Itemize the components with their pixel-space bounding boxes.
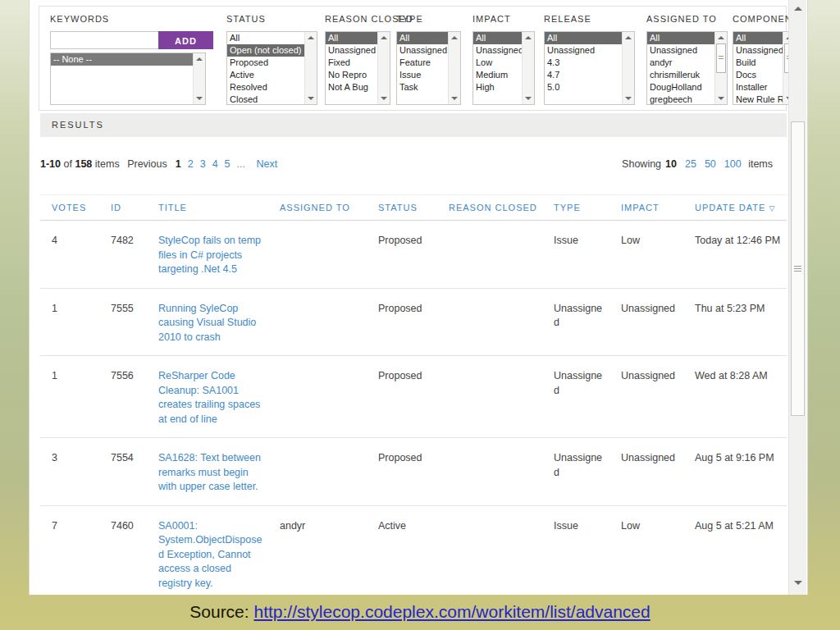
listbox-option[interactable]: DougHolland — [647, 81, 714, 94]
listbox-option[interactable]: Issue — [397, 69, 448, 81]
page-size-option-100[interactable]: 100 — [724, 158, 742, 170]
column-header-impact[interactable]: IMPACT — [609, 195, 683, 221]
listbox-option[interactable]: Proposed — [227, 57, 304, 69]
listbox-option[interactable]: Task — [397, 81, 448, 94]
listbox-option[interactable]: Docs — [733, 69, 783, 81]
filter-listbox-impact[interactable]: AllUnassignedLowMediumHigh — [472, 31, 535, 105]
scroll-down-icon[interactable] — [523, 94, 534, 103]
listbox-option[interactable]: 5.0 — [545, 81, 622, 94]
filter-listbox-component[interactable]: AllUnassignedBuildDocsInstallerNew Rule … — [733, 31, 796, 105]
listbox-option[interactable]: Active — [227, 69, 304, 81]
listbox-option[interactable]: Low — [473, 57, 522, 69]
scroll-up-icon[interactable] — [789, 2, 806, 15]
listbox-scrollbar[interactable] — [377, 32, 390, 104]
page-size-option-10[interactable]: 10 — [665, 158, 677, 170]
listbox-option[interactable]: Installer — [733, 81, 783, 94]
add-keyword-button[interactable]: ADD — [158, 31, 213, 49]
listbox-option[interactable]: Fixed — [326, 57, 377, 69]
column-header-title[interactable]: TITLE — [147, 195, 268, 221]
scroll-down-icon[interactable] — [449, 94, 460, 103]
listbox-option[interactable]: Medium — [473, 69, 522, 81]
listbox-option[interactable]: Unassigned — [733, 44, 783, 57]
page-link-1[interactable]: 1 — [176, 158, 181, 170]
listbox-option[interactable]: All — [227, 32, 304, 44]
next-page-button[interactable]: Next — [256, 158, 277, 170]
listbox-option[interactable]: All — [473, 32, 522, 44]
scrollbar-thumb[interactable] — [716, 43, 726, 73]
listbox-option[interactable]: Unassigned — [545, 44, 622, 57]
listbox-option[interactable]: gregbeech — [647, 94, 714, 104]
page-size-option-25[interactable]: 25 — [685, 158, 696, 170]
listbox-option[interactable]: Unassigned — [397, 44, 448, 57]
page-link-3[interactable]: 3 — [200, 158, 206, 170]
column-header-assigned-to[interactable]: ASSIGNED TO — [268, 195, 367, 221]
filter-listbox-reason-closed[interactable]: AllUnassignedFixedNo ReproNot A Bug — [325, 31, 390, 105]
work-item-title-link[interactable]: ReSharper Code Cleanup: SA1001 creates t… — [158, 370, 260, 425]
listbox-option[interactable]: chrismilleruk — [647, 69, 714, 81]
listbox-option[interactable]: Not A Bug — [326, 81, 377, 94]
page-link-4[interactable]: 4 — [212, 158, 218, 170]
scroll-down-icon[interactable] — [305, 94, 317, 103]
listbox-scrollbar[interactable] — [714, 32, 727, 104]
scroll-up-icon[interactable] — [194, 54, 205, 64]
scroll-up-icon[interactable] — [523, 33, 534, 43]
column-header-votes[interactable]: VOTES — [40, 195, 99, 221]
work-item-title-link[interactable]: SA1628: Text between remarks must begin … — [158, 452, 261, 492]
work-item-title-link[interactable]: StyleCop fails on temp files in C# proje… — [158, 235, 261, 275]
scroll-up-icon[interactable] — [305, 33, 317, 43]
filter-listbox-release[interactable]: AllUnassigned4.34.75.0 — [544, 31, 635, 105]
filter-listbox-assigned-to[interactable]: AllUnassignedandyrchrismillerukDougHolla… — [646, 31, 728, 105]
scrollbar-thumb[interactable] — [791, 121, 805, 416]
listbox-option[interactable]: All — [397, 32, 448, 44]
filter-listbox-status[interactable]: AllOpen (not closed)ProposedActiveResolv… — [226, 31, 317, 105]
column-header-update-date[interactable]: UPDATE DATE▽ — [683, 195, 787, 221]
listbox-option[interactable]: All — [326, 32, 377, 44]
work-item-title-link[interactable]: SA0001: System.ObjectDisposed Exception,… — [158, 520, 262, 589]
listbox-option[interactable]: 4.3 — [545, 57, 622, 69]
column-header-id[interactable]: ID — [99, 195, 147, 221]
scroll-up-icon[interactable] — [378, 33, 390, 43]
page-link-5[interactable]: 5 — [225, 158, 231, 170]
filter-listbox-type[interactable]: AllUnassignedFeatureIssueTask — [396, 31, 461, 105]
page-size-option-50[interactable]: 50 — [705, 158, 716, 170]
listbox-option[interactable]: Open (not closed) — [227, 44, 304, 57]
scroll-up-icon[interactable] — [449, 33, 460, 43]
page-scrollbar[interactable] — [788, 0, 806, 595]
scroll-down-icon[interactable] — [194, 94, 205, 103]
listbox-option[interactable]: High — [473, 81, 522, 94]
listbox-option[interactable]: All — [733, 32, 783, 44]
listbox-option[interactable]: New Rule R — [733, 94, 783, 104]
keywords-scrollbar[interactable] — [193, 53, 205, 104]
column-header-reason-closed[interactable]: REASON CLOSED — [437, 195, 542, 221]
scroll-down-icon[interactable] — [378, 94, 390, 103]
page-link-2[interactable]: 2 — [188, 158, 194, 170]
listbox-option[interactable]: 4.7 — [545, 69, 622, 81]
listbox-option[interactable]: Build — [733, 57, 783, 69]
column-header-type[interactable]: TYPE — [542, 195, 609, 221]
source-url-link[interactable]: http://stylecop.codeplex.com/workitem/li… — [253, 602, 650, 621]
scroll-up-icon[interactable] — [715, 33, 727, 43]
scroll-down-icon[interactable] — [789, 576, 806, 589]
scroll-down-icon[interactable] — [623, 94, 634, 103]
previous-page-button[interactable]: Previous — [127, 158, 167, 170]
listbox-option[interactable]: Feature — [397, 57, 448, 69]
listbox-option[interactable]: Resolved — [227, 81, 304, 94]
listbox-scrollbar[interactable] — [522, 32, 534, 104]
keywords-listbox[interactable]: -- None -- — [50, 52, 206, 105]
listbox-option[interactable]: Unassigned — [647, 44, 714, 57]
listbox-scrollbar[interactable] — [448, 32, 460, 104]
listbox-scrollbar[interactable] — [622, 32, 634, 104]
scroll-down-icon[interactable] — [715, 94, 727, 103]
listbox-option[interactable]: All — [545, 32, 622, 44]
listbox-scrollbar[interactable] — [304, 32, 317, 104]
listbox-option[interactable]: All — [647, 32, 714, 44]
listbox-option[interactable]: Unassigned — [326, 44, 377, 57]
scroll-up-icon[interactable] — [623, 33, 634, 43]
listbox-option[interactable]: andyr — [647, 57, 714, 69]
work-item-title-link[interactable]: Running SyleCop causing Visual Studio 20… — [158, 303, 256, 343]
column-header-status[interactable]: STATUS — [367, 195, 437, 221]
listbox-option[interactable]: Unassigned — [473, 44, 522, 57]
listbox-option[interactable]: Closed — [227, 94, 304, 104]
listbox-option[interactable]: -- None -- — [51, 53, 193, 66]
listbox-option[interactable]: No Repro — [326, 69, 377, 81]
